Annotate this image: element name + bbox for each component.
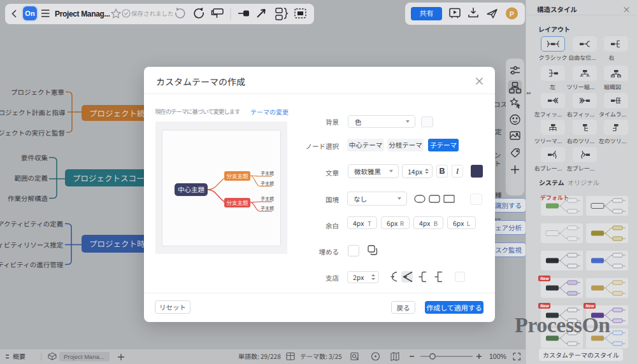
svg-text:単語数: 29/228: 単語数: 29/228 — [238, 351, 281, 361]
svg-text:On: On — [25, 10, 35, 17]
svg-text:概要: 概要 — [13, 351, 25, 361]
svg-text:共有: 共有 — [420, 8, 434, 18]
svg-text:100%: 100% — [489, 353, 506, 360]
svg-text:Project Mana...: Project Mana... — [64, 353, 104, 360]
svg-text:保存されました: 保存されました — [131, 9, 174, 18]
svg-text:Project Manag...: Project Manag... — [55, 10, 110, 18]
svg-text:P: P — [510, 10, 514, 18]
svg-text:テーマ数: 3/25: テーマ数: 3/25 — [300, 351, 342, 361]
